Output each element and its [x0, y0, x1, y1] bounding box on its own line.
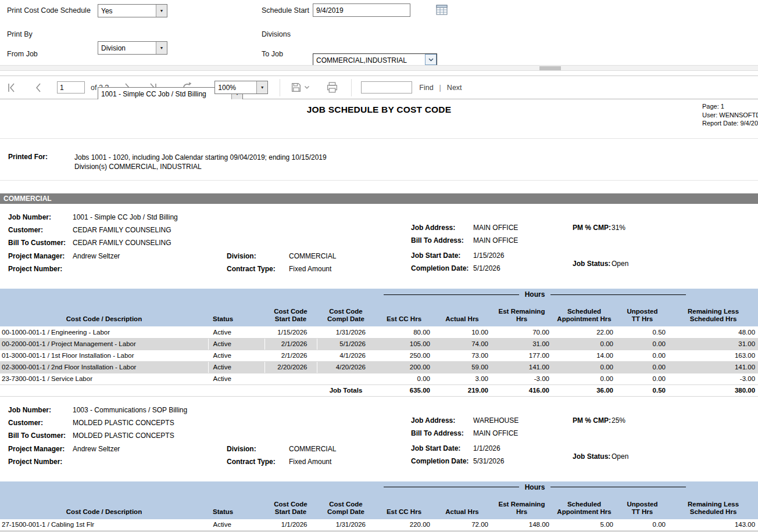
divider	[0, 180, 758, 181]
scrollbar-thumb[interactable]	[539, 66, 561, 70]
table-cell	[317, 373, 375, 384]
table-cell: 148.00	[491, 519, 552, 531]
printed-for-line1: Jobs 1001 - 1020, including Job Calendar…	[74, 153, 327, 162]
table-cell: 250.00	[375, 350, 433, 361]
report-title: JOB SCHEDULE BY COST CODE	[0, 99, 758, 115]
completion-date-label: Completion Date:	[411, 457, 469, 465]
division-value: COMMERCIAL	[289, 252, 336, 260]
schedule-start-input[interactable]	[313, 3, 410, 17]
job-details: Job Number: 1003 - Communications / SOP …	[0, 397, 758, 472]
table-cell: 5/1/2026	[317, 338, 375, 350]
contract-type-value: Fixed Amount	[289, 265, 331, 273]
project-manager-value: Andrew Seltzer	[73, 445, 120, 453]
total-est-cc-hrs: 635.00	[375, 384, 433, 396]
division-section-header: COMMERCIAL	[0, 193, 758, 204]
table-cell: 59.00	[433, 361, 491, 373]
bill-to-customer-label: Bill To Customer:	[8, 239, 66, 247]
previous-page-button[interactable]	[33, 81, 44, 94]
hours-right-rule	[550, 487, 686, 487]
report-parameter-panel: Print Cost Code Schedule Yes Schedule St…	[0, 0, 758, 65]
table-cell: 10.00	[433, 326, 491, 338]
table-cell: 74.00	[433, 338, 491, 350]
table-cell: 0.00	[616, 338, 668, 350]
column-header: Est CC Hrs	[375, 493, 433, 519]
table-row: 01-3000-001-1 / 1st Floor Installation -…	[0, 350, 758, 361]
zoom-select[interactable]: 100%	[214, 81, 268, 94]
table-cell: 0.00	[552, 338, 616, 350]
table-cell: 1/1/2026	[264, 519, 317, 531]
column-header: Status	[208, 493, 264, 519]
column-header-row: Cost Code / DescriptionStatusCost Code S…	[0, 493, 758, 519]
total-remaining-less-scheduled-hrs: 380.00	[668, 384, 758, 396]
divisions-dropdown-button[interactable]	[425, 54, 437, 65]
column-header: Cost Code / Description	[0, 493, 208, 519]
table-cell: 163.00	[668, 350, 758, 361]
completion-date-label: Completion Date:	[411, 264, 469, 272]
hours-left-rule	[384, 487, 519, 487]
table-cell: 00-2000-001-1 / Project Management - Lab…	[0, 338, 208, 350]
table-cell: 01-3000-001-1 / 1st Floor Installation -…	[0, 350, 208, 361]
column-header: Scheduled Appointment Hrs	[552, 493, 616, 519]
hours-group-label: Hours	[519, 290, 551, 299]
find-next-link[interactable]: Next	[447, 84, 462, 92]
print-button[interactable]	[325, 80, 339, 95]
from-job-label: From Job	[7, 50, 38, 58]
user-text: User: WENNSOFTDEV\konnen	[702, 111, 758, 120]
job-status-value: Open	[612, 260, 628, 268]
column-header: Scheduled Appointment Hrs	[552, 300, 616, 326]
first-page-icon	[6, 82, 17, 93]
table-cell: 1/31/2026	[317, 519, 375, 531]
table-cell: 4/1/2026	[317, 350, 375, 361]
find-link[interactable]: Find	[419, 84, 433, 92]
report-info-block: Page: 1 User: WENNSOFTDEV\konnen Report …	[702, 102, 758, 128]
table-cell: 0.00	[616, 373, 668, 384]
project-manager-value: Andrew Seltzer	[73, 252, 120, 260]
job-number-value: 1001 - Simple CC Job / Std Billing	[73, 213, 178, 221]
project-number-label: Project Number:	[8, 265, 62, 273]
chevron-down-icon	[304, 85, 310, 89]
hours-right-rule	[550, 294, 686, 295]
previous-page-icon	[34, 82, 43, 93]
horizontal-scrollbar[interactable]	[0, 65, 758, 71]
column-header: Unposted TT Hrs	[616, 300, 668, 326]
current-page-input[interactable]	[57, 81, 85, 94]
job-address-value: WAREHOUSE	[473, 416, 519, 425]
job-status-value: Open	[612, 452, 628, 461]
column-header: Cost Code Compl Date	[317, 493, 375, 519]
first-page-button[interactable]	[5, 81, 19, 94]
column-header: Cost Code Compl Date	[317, 300, 375, 326]
column-header: Est Remaining Hrs	[491, 493, 552, 519]
job-start-date-label: Job Start Date:	[411, 251, 460, 260]
column-header: Status	[208, 300, 264, 326]
export-save-button[interactable]	[289, 81, 311, 94]
print-cost-code-schedule-select[interactable]: Yes	[98, 4, 167, 17]
customer-value: MOLDED PLASTIC CONCEPTS	[73, 419, 174, 427]
column-header: Est CC Hrs	[375, 300, 433, 326]
report-body: JOB SCHEDULE BY COST CODE Page: 1 User: …	[0, 99, 758, 532]
column-header: Cost Code / Description	[0, 300, 208, 326]
column-header-row: Cost Code / DescriptionStatusCost Code S…	[0, 300, 758, 326]
division-value: COMMERCIAL	[289, 445, 336, 453]
find-next-separator: |	[439, 84, 441, 92]
project-manager-label: Project Manager:	[8, 445, 65, 453]
job-totals-row: Job Totals 635.00 219.00 416.00 36.00 0.…	[0, 384, 758, 396]
print-by-label: Print By	[7, 30, 33, 38]
table-cell: 0.00	[616, 519, 668, 531]
calendar-button[interactable]	[436, 5, 448, 15]
table-cell: 02-3000-001-1 / 2nd Floor Installation -…	[0, 361, 208, 373]
table-cell: Active	[208, 338, 264, 350]
zoom-control: 100%	[214, 81, 268, 94]
customer-label: Customer:	[8, 226, 43, 234]
bill-to-customer-value: MOLDED PLASTIC CONCEPTS	[73, 432, 174, 440]
print-by-select[interactable]: Division	[98, 41, 167, 55]
job-start-date-value: 1/1/2026	[473, 444, 500, 452]
find-input[interactable]	[361, 81, 412, 94]
table-cell: Active	[208, 326, 264, 338]
contract-type-label: Contract Type:	[227, 458, 276, 466]
toolbar-separator	[351, 79, 352, 96]
table-row: 00-1000-001-1 / Engineering - LaborActiv…	[0, 326, 758, 338]
job-number-label: Job Number:	[8, 213, 51, 221]
table-cell: 00-1000-001-1 / Engineering - Labor	[0, 326, 208, 338]
table-cell: 31.00	[491, 338, 552, 350]
table-cell: 72.00	[433, 519, 491, 531]
